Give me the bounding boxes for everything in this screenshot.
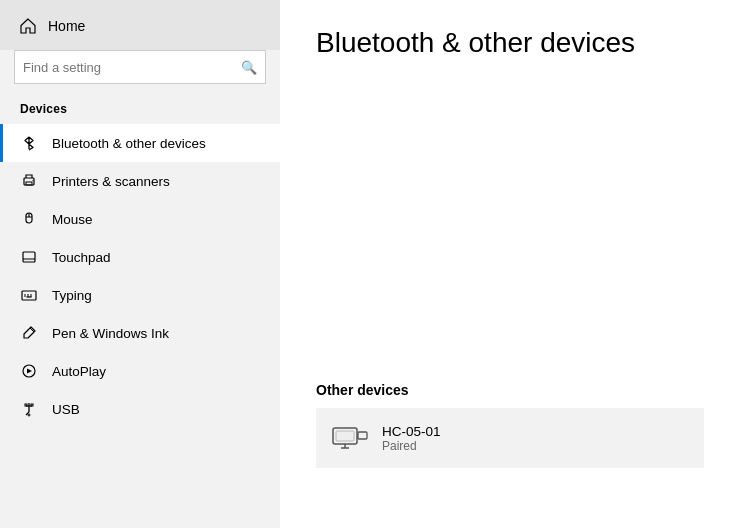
svg-rect-1 [26,182,32,185]
nav-item-usb[interactable]: USB [0,390,280,428]
svg-rect-16 [336,431,354,441]
other-devices-section: Other devices HC-05-01 Paired [316,382,704,468]
svg-rect-12 [25,404,27,406]
usb-icon [20,400,38,418]
nav-item-bluetooth[interactable]: Bluetooth & other devices [0,124,280,162]
printer-icon [20,172,38,190]
svg-rect-4 [23,252,35,262]
device-icon [332,420,368,456]
pen-icon [20,324,38,342]
nav-item-touchpad[interactable]: Touchpad [0,238,280,276]
nav-label-pen: Pen & Windows Ink [52,326,169,341]
nav-label-mouse: Mouse [52,212,93,227]
svg-point-13 [28,414,30,416]
other-devices-heading: Other devices [316,382,704,398]
nav-label-touchpad: Touchpad [52,250,111,265]
svg-rect-15 [358,432,367,439]
bluetooth-icon [20,134,38,152]
sidebar-section-label: Devices [0,96,280,124]
search-box[interactable]: 🔍 [14,50,266,84]
nav-label-autoplay: AutoPlay [52,364,106,379]
device-info: HC-05-01 Paired [382,424,441,453]
autoplay-icon [20,362,38,380]
home-icon [20,18,36,34]
nav-label-typing: Typing [52,288,92,303]
mouse-icon [20,210,38,228]
nav-label-bluetooth: Bluetooth & other devices [52,136,206,151]
typing-icon [20,286,38,304]
touchpad-icon [20,248,38,266]
main-content: Bluetooth & other devices Other devices … [280,0,740,528]
nav-item-printers[interactable]: Printers & scanners [0,162,280,200]
device-name: HC-05-01 [382,424,441,439]
page-title: Bluetooth & other devices [316,28,704,59]
search-container: 🔍 [0,50,280,96]
device-item[interactable]: HC-05-01 Paired [316,408,704,468]
nav-label-printers: Printers & scanners [52,174,170,189]
sidebar-home-label: Home [48,18,85,34]
device-status: Paired [382,439,441,453]
sidebar: Home 🔍 Devices Bluetooth & other devices… [0,0,280,528]
nav-item-mouse[interactable]: Mouse [0,200,280,238]
nav-item-autoplay[interactable]: AutoPlay [0,352,280,390]
svg-rect-11 [31,404,33,406]
search-icon: 🔍 [241,60,257,75]
svg-rect-5 [22,291,36,300]
nav-label-usb: USB [52,402,80,417]
nav-item-typing[interactable]: Typing [0,276,280,314]
nav-item-pen[interactable]: Pen & Windows Ink [0,314,280,352]
sidebar-item-home[interactable]: Home [0,0,280,50]
search-input[interactable] [23,60,235,75]
svg-point-2 [32,180,33,181]
